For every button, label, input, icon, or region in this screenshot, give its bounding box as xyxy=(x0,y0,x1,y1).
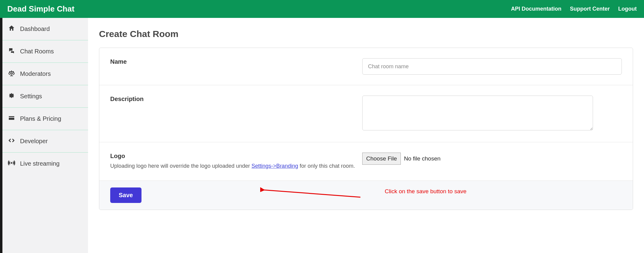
annotation-arrow xyxy=(260,186,363,200)
sidebar-item-plans-pricing[interactable]: Plans & Pricing xyxy=(2,108,88,130)
sidebar-item-label: Chat Rooms xyxy=(20,48,54,55)
nav-support-center[interactable]: Support Center xyxy=(570,6,610,12)
sidebar-item-live-streaming[interactable]: Live streaming xyxy=(2,153,88,175)
sidebar-item-label: Settings xyxy=(20,93,42,100)
gear-icon xyxy=(8,92,15,101)
choose-file-button[interactable]: Choose File xyxy=(362,153,401,165)
description-textarea[interactable] xyxy=(362,96,593,130)
sidebar-item-dashboard[interactable]: Dashboard xyxy=(2,18,88,40)
form-row-logo: Logo Uploading logo here will override t… xyxy=(99,142,633,181)
sidebar-item-label: Dashboard xyxy=(20,25,50,32)
header-nav: API Documentation Support Center Logout xyxy=(511,6,637,12)
create-chat-room-panel: Name Description Logo Uploading l xyxy=(99,48,633,210)
sidebar-item-developer[interactable]: Developer xyxy=(2,130,88,153)
name-input[interactable] xyxy=(362,58,622,75)
brand-title: Dead Simple Chat xyxy=(7,4,74,14)
logo-label: Logo xyxy=(110,153,362,160)
app-header: Dead Simple Chat API Documentation Suppo… xyxy=(0,0,644,18)
description-label: Description xyxy=(110,96,362,103)
svg-point-0 xyxy=(11,162,12,164)
home-icon xyxy=(8,25,15,33)
main-content: Create Chat Room Name Description xyxy=(88,18,644,253)
card-icon xyxy=(8,114,15,123)
logo-help-text: Uploading logo here will override the lo… xyxy=(110,162,362,170)
form-row-name: Name xyxy=(99,48,633,85)
code-icon xyxy=(8,137,15,146)
sidebar-item-label: Plans & Pricing xyxy=(20,115,61,122)
save-button[interactable]: Save xyxy=(110,187,141,203)
panel-footer: Save Click on the save button to save xyxy=(99,181,633,210)
sidebar-item-label: Developer xyxy=(20,138,48,145)
settings-branding-link[interactable]: Settings->Branding xyxy=(251,163,298,169)
sidebar-item-moderators[interactable]: Moderators xyxy=(2,63,88,85)
broadcast-icon xyxy=(8,159,15,168)
chat-icon xyxy=(8,47,15,56)
sidebar-item-chat-rooms[interactable]: Chat Rooms xyxy=(2,40,88,63)
scale-icon xyxy=(8,69,15,78)
page-title: Create Chat Room xyxy=(99,29,633,39)
form-row-description: Description xyxy=(99,85,633,142)
sidebar-item-settings[interactable]: Settings xyxy=(2,85,88,108)
sidebar-item-label: Live streaming xyxy=(20,160,60,167)
annotation-text: Click on the save button to save xyxy=(385,188,466,195)
sidebar: Dashboard Chat Rooms Moderators Settings xyxy=(0,18,88,253)
file-status-text: No file chosen xyxy=(404,155,440,162)
name-label: Name xyxy=(110,58,362,65)
nav-api-documentation[interactable]: API Documentation xyxy=(511,6,561,12)
svg-line-1 xyxy=(263,190,360,197)
sidebar-item-label: Moderators xyxy=(20,70,51,77)
nav-logout[interactable]: Logout xyxy=(618,6,637,12)
